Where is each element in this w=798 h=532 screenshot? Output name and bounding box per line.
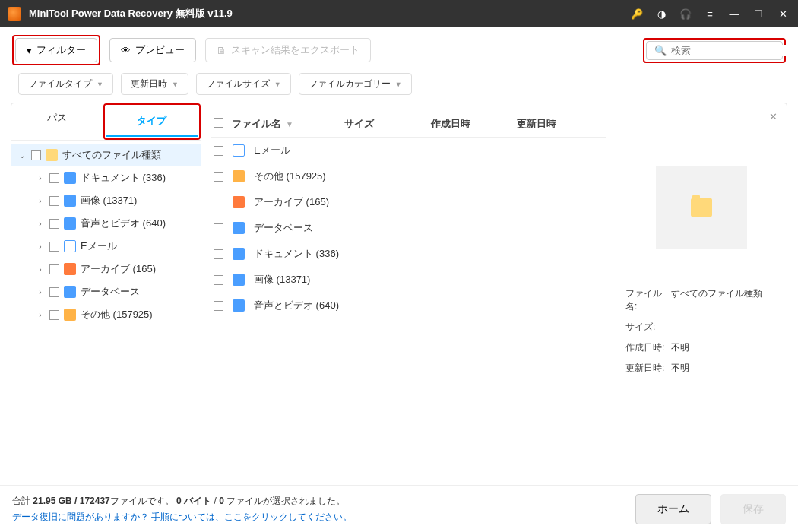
titlebar: MiniTool Power Data Recovery 無料版 v11.9 🔑… bbox=[0, 0, 798, 27]
folder-icon bbox=[691, 198, 712, 217]
type-icon bbox=[233, 144, 245, 157]
chevron-right-icon: › bbox=[36, 311, 45, 319]
menu-icon[interactable]: ≡ bbox=[702, 6, 717, 21]
type-icon bbox=[64, 286, 76, 298]
tree-item[interactable]: ›アーカイブ (165) bbox=[11, 258, 201, 280]
filter-chips: ファイルタイプ▼ 更新日時▼ ファイルサイズ▼ ファイルカテゴリー▼ bbox=[0, 73, 798, 103]
detail-size-label: サイズ: bbox=[625, 321, 671, 334]
checkbox[interactable] bbox=[214, 275, 223, 285]
checkbox[interactable] bbox=[49, 219, 59, 229]
type-icon bbox=[233, 274, 245, 286]
close-detail-icon[interactable]: ✕ bbox=[769, 111, 777, 122]
checkbox[interactable] bbox=[214, 249, 223, 259]
detail-modified-value: 不明 bbox=[671, 362, 689, 375]
tree-item-label: その他 (157925) bbox=[81, 308, 153, 321]
checkbox[interactable] bbox=[49, 310, 59, 320]
footer-info: 合計 21.95 GB / 172437ファイルです。 0 バイト / 0 ファ… bbox=[12, 493, 352, 524]
type-icon bbox=[64, 217, 76, 230]
detail-modified-label: 更新日時: bbox=[625, 362, 671, 375]
col-filename[interactable]: ファイル名 ▼ bbox=[232, 117, 344, 131]
checkbox[interactable] bbox=[49, 173, 59, 183]
close-icon[interactable]: ✕ bbox=[775, 6, 790, 21]
export-icon: 🗎 bbox=[217, 45, 226, 56]
globe-icon[interactable]: ◑ bbox=[654, 6, 669, 21]
maximize-icon[interactable]: ☐ bbox=[751, 6, 766, 21]
checkbox-all[interactable] bbox=[214, 118, 223, 128]
type-icon bbox=[233, 222, 245, 234]
tree-item[interactable]: ›音声とビデオ (640) bbox=[11, 212, 201, 235]
list-row[interactable]: Eメール bbox=[211, 138, 606, 163]
detail-name-label: ファイル名: bbox=[625, 287, 671, 313]
checkbox[interactable] bbox=[49, 287, 59, 297]
list-header: ファイル名 ▼ サイズ 作成日時 更新日時 bbox=[211, 111, 606, 138]
tree-item[interactable]: ›画像 (13371) bbox=[11, 189, 201, 212]
help-link[interactable]: データ復旧に問題がありますか？ 手順については、ここをクリックしてください。 bbox=[12, 511, 352, 522]
funnel-icon: ▾ bbox=[27, 45, 32, 56]
chevron-down-icon: ▼ bbox=[395, 81, 402, 88]
search-box[interactable]: 🔍 bbox=[646, 41, 783, 60]
tree-item[interactable]: ›Eメール bbox=[11, 235, 201, 258]
type-icon bbox=[233, 248, 245, 260]
list-row-label: Eメール bbox=[254, 144, 290, 157]
chip-filetype[interactable]: ファイルタイプ▼ bbox=[18, 73, 113, 95]
chip-category[interactable]: ファイルカテゴリー▼ bbox=[299, 73, 412, 95]
col-size[interactable]: サイズ bbox=[344, 117, 431, 131]
export-label: スキャン結果をエクスポート bbox=[231, 43, 359, 57]
checkbox[interactable] bbox=[214, 146, 223, 156]
search-icon: 🔍 bbox=[654, 45, 667, 56]
preview-label: プレビュー bbox=[135, 43, 185, 57]
search-highlight: 🔍 bbox=[643, 38, 786, 63]
chevron-right-icon: › bbox=[36, 242, 45, 251]
checkbox[interactable] bbox=[49, 196, 59, 206]
checkbox[interactable] bbox=[49, 264, 59, 274]
headset-icon[interactable]: 🎧 bbox=[678, 6, 693, 21]
preview-button[interactable]: 👁 プレビュー bbox=[109, 38, 196, 62]
col-modified[interactable]: 更新日時 bbox=[517, 117, 603, 131]
tab-path[interactable]: パス bbox=[11, 103, 103, 140]
export-button: 🗎 スキャン結果をエクスポート bbox=[205, 38, 371, 62]
list-row[interactable]: データベース bbox=[211, 215, 606, 241]
app-logo-icon bbox=[8, 7, 21, 21]
chevron-right-icon: › bbox=[36, 288, 45, 296]
checkbox[interactable] bbox=[31, 150, 41, 160]
list-row-label: アーカイブ (165) bbox=[254, 195, 329, 209]
list-row[interactable]: 音声とビデオ (640) bbox=[211, 293, 606, 318]
tab-type[interactable]: タイプ bbox=[106, 106, 198, 137]
detail-created-label: 作成日時: bbox=[625, 341, 671, 354]
list-row[interactable]: その他 (157925) bbox=[211, 163, 606, 189]
app-title: MiniTool Power Data Recovery 無料版 v11.9 bbox=[29, 7, 629, 21]
detail-name-value: すべてのファイル種類 bbox=[671, 287, 762, 313]
type-icon bbox=[233, 170, 245, 182]
col-created[interactable]: 作成日時 bbox=[431, 117, 518, 131]
folder-icon bbox=[46, 149, 58, 161]
tree-item[interactable]: ›その他 (157925) bbox=[11, 303, 201, 326]
search-input[interactable] bbox=[671, 45, 798, 56]
checkbox[interactable] bbox=[214, 198, 223, 207]
checkbox[interactable] bbox=[214, 301, 223, 311]
type-icon bbox=[64, 263, 76, 275]
chevron-right-icon: › bbox=[36, 174, 45, 182]
chip-filesize[interactable]: ファイルサイズ▼ bbox=[196, 73, 291, 95]
chip-modified[interactable]: 更新日時▼ bbox=[121, 73, 188, 95]
key-icon[interactable]: 🔑 bbox=[629, 6, 644, 21]
tree-item-label: 画像 (13371) bbox=[81, 194, 137, 207]
filter-highlight: ▾ フィルター bbox=[12, 35, 100, 65]
tree-item[interactable]: ›データベース bbox=[11, 280, 201, 303]
list-row[interactable]: ドキュメント (336) bbox=[211, 241, 606, 267]
list-row[interactable]: 画像 (13371) bbox=[211, 267, 606, 293]
filter-button[interactable]: ▾ フィルター bbox=[15, 38, 97, 62]
tree-item[interactable]: ›ドキュメント (336) bbox=[11, 166, 201, 189]
main-panel: パス タイプ ⌄ すべてのファイル種類 ›ドキュメント (336)›画像 (13… bbox=[11, 103, 787, 532]
minimize-icon[interactable]: — bbox=[727, 6, 742, 21]
list-row[interactable]: アーカイブ (165) bbox=[211, 189, 606, 215]
checkbox[interactable] bbox=[214, 172, 223, 182]
home-button[interactable]: ホーム bbox=[635, 494, 711, 524]
tree-root[interactable]: ⌄ すべてのファイル種類 bbox=[11, 144, 201, 166]
checkbox[interactable] bbox=[49, 242, 59, 252]
checkbox[interactable] bbox=[214, 223, 223, 233]
list-row-label: ドキュメント (336) bbox=[254, 247, 339, 261]
file-list: ファイル名 ▼ サイズ 作成日時 更新日時 Eメールその他 (157925)アー… bbox=[201, 103, 616, 532]
tree-root-label: すべてのファイル種類 bbox=[62, 148, 161, 162]
footer: 合計 21.95 GB / 172437ファイルです。 0 バイト / 0 ファ… bbox=[0, 485, 798, 532]
chevron-right-icon: › bbox=[36, 220, 45, 228]
